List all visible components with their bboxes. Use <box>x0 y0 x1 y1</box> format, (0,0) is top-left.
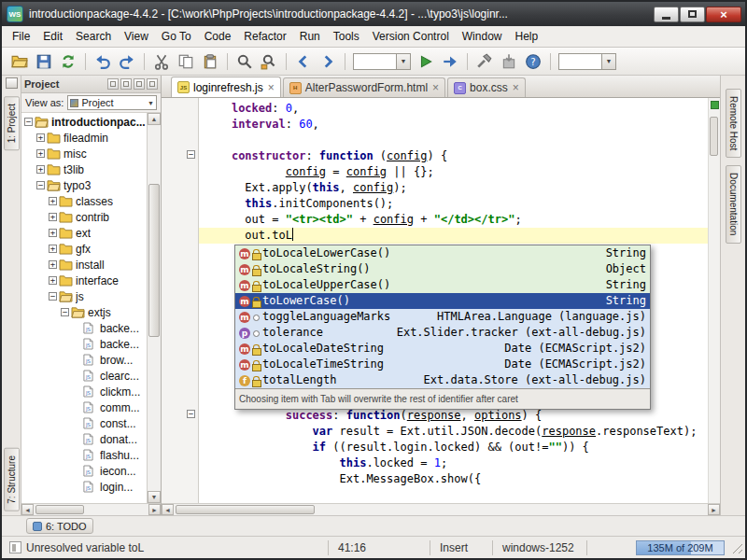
tool-tab-documentation[interactable]: Documentation <box>726 165 741 243</box>
tree-item-gfx[interactable]: +gfx <box>21 241 147 257</box>
menu-item-edit[interactable]: Edit <box>36 27 69 46</box>
scroll-track[interactable] <box>34 504 148 515</box>
code-line[interactable]: interval: 60, <box>199 117 708 133</box>
menu-item-version-control[interactable]: Version Control <box>366 27 456 46</box>
replace-icon[interactable] <box>258 50 280 73</box>
completion-item-tolerance[interactable]: ptoleranceExt.Slider.tracker (ext-all-de… <box>235 325 650 341</box>
tree-item-interface[interactable]: +interface <box>21 273 147 288</box>
scroll-left-icon[interactable]: ◄ <box>162 504 174 515</box>
scroll-track[interactable] <box>174 504 708 515</box>
tab-box-css[interactable]: Cbox.css× <box>447 77 526 97</box>
expand-icon[interactable]: + <box>49 276 57 285</box>
tree-item-donat[interactable]: JSdonat... <box>21 431 147 447</box>
editor-gutter[interactable]: − − <box>162 98 199 503</box>
completion-item-tolocaledatestring[interactable]: mtoLocaleDateStringDate (ECMAScript.js2) <box>235 341 650 357</box>
insert-mode[interactable]: Insert <box>432 541 490 554</box>
inspection-status-icon[interactable] <box>711 101 719 109</box>
help-icon[interactable]: ? <box>522 50 544 73</box>
panel-hide-icon[interactable] <box>147 78 158 90</box>
completion-item-tolocalestring[interactable]: mtoLocaleString()Object <box>235 261 650 277</box>
caret-position[interactable]: 41:16 <box>331 541 428 554</box>
panel-settings-icon[interactable] <box>107 78 119 90</box>
tree-item-install[interactable]: +install <box>21 257 147 273</box>
menu-item-tools[interactable]: Tools <box>327 27 366 46</box>
tree-item-introductionpac[interactable]: −introductionpac... <box>21 114 147 130</box>
completion-item-togglelanguagemarks[interactable]: mtoggleLanguageMarksHTMLArea.Language (l… <box>235 309 650 325</box>
inspection-stripe[interactable] <box>708 98 720 503</box>
code-line[interactable]: config = config || {}; <box>199 164 708 180</box>
save-all-icon[interactable] <box>33 50 55 73</box>
menu-item-run[interactable]: Run <box>293 27 327 46</box>
tree-item-t3lib[interactable]: +t3lib <box>21 161 147 177</box>
editor-scroll-thumb[interactable] <box>710 117 718 156</box>
tree-item-clickm[interactable]: JSclickm... <box>21 384 147 399</box>
run-to-cursor-icon[interactable] <box>439 50 461 73</box>
tool-window-switcher-icon[interactable] <box>6 77 18 89</box>
todo-toolwindow-button[interactable]: 6: TODO <box>26 518 93 534</box>
tree-item-brow[interactable]: JSbrow... <box>21 352 147 368</box>
code-line[interactable]: out.toL <box>199 228 708 244</box>
menu-item-code[interactable]: Code <box>198 27 238 46</box>
code-line[interactable]: constructor: function (config) { <box>199 148 708 164</box>
completion-item-tolocaleuppercase[interactable]: mtoLocaleUpperCase()String <box>235 277 650 293</box>
code-line[interactable]: this.locked = 1; <box>199 455 708 471</box>
fold-marker-icon[interactable]: − <box>187 150 195 159</box>
menu-item-window[interactable]: Window <box>456 27 509 46</box>
completion-item-totallength[interactable]: ftotalLengthExt.data.Store (ext-all-debu… <box>235 372 650 388</box>
scroll-left-icon[interactable]: ◄ <box>21 504 34 515</box>
collapse-icon[interactable]: − <box>24 118 33 126</box>
collapse-icon[interactable]: − <box>36 181 45 189</box>
completion-item-tolocaletimestring[interactable]: mtoLocaleTimeStringDate (ECMAScript.js2) <box>235 357 650 372</box>
expand-icon[interactable]: + <box>49 197 57 205</box>
title-bar[interactable]: WS introductionpackage-4.4.2 - [C:\work\… <box>2 2 745 26</box>
close-button[interactable]: × <box>706 7 741 22</box>
menu-item-refactor[interactable]: Refactor <box>237 27 292 46</box>
tree-item-misc[interactable]: +misc <box>21 146 147 161</box>
scroll-down-icon[interactable]: ▼ <box>148 491 161 503</box>
scroll-track[interactable] <box>148 125 161 491</box>
tab-alterpasswordform-html[interactable]: HAlterPasswordForm.html× <box>283 77 445 97</box>
menu-item-help[interactable]: Help <box>508 27 544 46</box>
expand-icon[interactable]: + <box>49 245 57 253</box>
synchronize-icon[interactable] <box>57 50 79 73</box>
view-as-dropdown[interactable]: Project ▼ <box>67 95 157 110</box>
toolwindow-toggle-icon[interactable] <box>9 541 21 553</box>
tree-item-backe[interactable]: JSbacke... <box>21 336 147 352</box>
code-line[interactable]: this.initComponents(); <box>199 196 708 212</box>
code-line[interactable]: Ext.MessageBox.show({ <box>199 471 708 487</box>
close-tab-icon[interactable]: × <box>268 83 275 92</box>
expand-icon[interactable]: + <box>49 260 57 269</box>
tree-item-clearc[interactable]: JSclearc... <box>21 368 147 384</box>
project-tree-horizontal-scrollbar[interactable]: ◄ ► <box>21 503 161 515</box>
copy-icon[interactable] <box>175 50 197 73</box>
tree-item-typo3[interactable]: −typo3 <box>21 177 147 193</box>
export-icon[interactable] <box>498 50 520 73</box>
editor-horizontal-scrollbar[interactable]: ◄ ► <box>162 503 720 515</box>
maximize-button[interactable] <box>680 7 705 22</box>
resize-grip[interactable] <box>730 541 742 553</box>
code-line[interactable]: Ext.apply(this, config); <box>199 180 708 196</box>
settings-icon[interactable] <box>473 50 496 73</box>
tree-item-js[interactable]: −js <box>21 288 147 304</box>
tree-item-ext[interactable]: +ext <box>21 225 147 241</box>
menu-item-view[interactable]: View <box>118 27 155 46</box>
menu-item-go-to[interactable]: Go To <box>155 27 198 46</box>
code-line[interactable] <box>199 133 708 148</box>
scroll-up-icon[interactable]: ▲ <box>148 113 161 125</box>
chevron-down-icon[interactable]: ▼ <box>601 53 616 70</box>
code-line[interactable]: success: function(response, options) { <box>199 408 708 424</box>
tree-item-iecon[interactable]: JSiecon... <box>21 463 147 479</box>
tool-tab-1-project[interactable]: 1: Project <box>4 96 20 150</box>
code-line[interactable]: var result = Ext.util.JSON.decode(respon… <box>199 424 708 440</box>
panel-pin-icon[interactable] <box>134 78 145 90</box>
scroll-thumb[interactable] <box>35 505 84 514</box>
close-tab-icon[interactable]: × <box>432 83 439 92</box>
code-line[interactable]: locked: 0, <box>199 101 708 117</box>
tree-item-flashu[interactable]: JSflashu... <box>21 447 147 463</box>
scroll-thumb[interactable] <box>148 184 160 338</box>
redo-icon[interactable] <box>116 50 138 73</box>
collapse-icon[interactable]: − <box>61 308 69 316</box>
minimize-button[interactable] <box>654 7 679 22</box>
tab-loginrefresh-js[interactable]: JSloginrefresh.js× <box>171 77 281 97</box>
file-encoding[interactable]: windows-1252 <box>495 541 585 554</box>
